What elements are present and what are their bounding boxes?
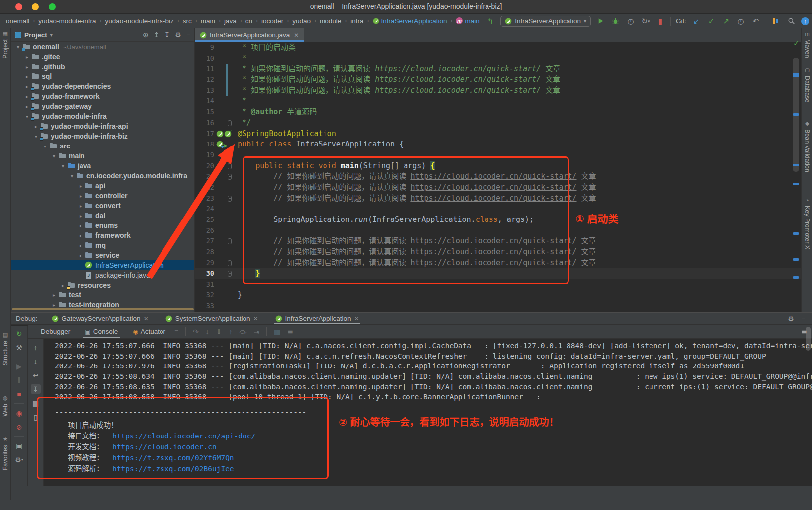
tree-toggle-icon[interactable]: ▾	[68, 173, 76, 179]
tree-item[interactable]: ▸yudao-module-infra-api	[11, 121, 194, 131]
console-scrollbar-thumb[interactable]	[806, 327, 811, 351]
code-line[interactable]: 18▶public class InfraServerApplication {	[195, 139, 801, 150]
rerun-icon[interactable]: ↻	[14, 329, 24, 338]
step-into-icon[interactable]: ⇓	[216, 328, 222, 336]
close-icon[interactable]: ✕	[294, 32, 299, 39]
code-line[interactable]: 26	[195, 225, 801, 236]
tree-toggle-icon[interactable]: ▾	[59, 163, 67, 169]
pause-icon[interactable]: ‖	[14, 375, 24, 385]
tree-toggle-icon[interactable]: ▸	[23, 94, 31, 99]
tree-toggle-icon[interactable]: ▾	[32, 134, 40, 139]
tree-item[interactable]: ▸yudao-dependencies	[11, 81, 194, 91]
run-to-cursor-icon[interactable]: ⇥	[254, 328, 260, 336]
fold-marker[interactable]	[228, 271, 232, 277]
sidebar-item-maven[interactable]: mMaven	[802, 31, 812, 58]
git-push-icon[interactable]: ↗	[721, 16, 731, 26]
banner-link[interactable]: https://cloud.iocoder.cn	[112, 443, 217, 451]
stop-button[interactable]: ▮	[655, 16, 665, 26]
git-update-icon[interactable]: ↙	[691, 16, 701, 26]
tree-item[interactable]: ▸dal	[11, 211, 194, 220]
navigate-back-icon[interactable]: ↰	[486, 16, 495, 26]
code-line[interactable]: 11 * 如果你碰到启动的问题，请认真阅读 https://cloud.ioco…	[195, 64, 801, 74]
code-line[interactable]: 31	[195, 279, 801, 290]
tree-item[interactable]: ▸mq	[11, 240, 194, 250]
tree-toggle-icon[interactable]: ▸	[23, 54, 31, 60]
fold-marker[interactable]	[228, 238, 232, 244]
debug-button[interactable]	[611, 16, 621, 26]
tree-item[interactable]: ▾yudao-module-infra-biz	[11, 131, 194, 141]
tree-item[interactable]: ▾onemall~/Java/onemall	[11, 42, 194, 52]
tree-item[interactable]: ▾main	[11, 151, 194, 161]
modify-run-configuration-icon[interactable]: ⚒	[14, 343, 24, 352]
run-icon[interactable]: ▶	[216, 162, 224, 170]
sidebar-item-key-promoter-x[interactable]: ◔Key Promoter X	[802, 197, 812, 249]
show-execution-point-icon[interactable]: ↷	[193, 328, 199, 336]
code-line[interactable]: 19	[195, 150, 801, 161]
breadcrumb-item[interactable]: module	[320, 17, 341, 25]
tree-item[interactable]: ▸yudao-gateway	[11, 101, 194, 111]
tree-toggle-icon[interactable]: ▸	[32, 124, 40, 129]
project-panel-title[interactable]: Project	[24, 31, 47, 39]
locate-file-icon[interactable]: ⊕	[143, 31, 149, 39]
console-output[interactable]: 2022-06-26 17:55:07.666 INFO 35368 --- […	[44, 339, 812, 486]
scroll-down-icon[interactable]: ↓	[31, 357, 41, 366]
fold-marker[interactable]	[228, 120, 232, 126]
code-line[interactable]: 30 }	[195, 268, 801, 279]
tree-toggle-icon[interactable]: ▸	[23, 74, 31, 79]
tree-item[interactable]: ▸resources	[11, 280, 194, 290]
tree-item[interactable]: ▸enums	[11, 220, 194, 230]
tree-item[interactable]: Jpackage-info.java	[11, 270, 194, 280]
tree-item[interactable]: ▾java	[11, 161, 194, 171]
tree-toggle-icon[interactable]: ▾	[41, 144, 49, 149]
tree-item[interactable]: ▸.gitee	[11, 52, 194, 62]
git-commit-icon[interactable]: ✓	[706, 16, 716, 26]
tree-toggle-icon[interactable]: ▾	[14, 44, 22, 50]
editor-scrollbar[interactable]	[792, 43, 801, 312]
resume-icon[interactable]: ▶	[14, 362, 24, 371]
code-line[interactable]: 28 // 如果你碰到启动的问题，请认真阅读 https://cloud.ioc…	[195, 247, 801, 258]
tree-item[interactable]: ▾cn.iocoder.yudao.module.infra	[11, 171, 194, 181]
code-line[interactable]: 24	[195, 204, 801, 215]
breadcrumb-item[interactable]: yudao-module-infra-biz	[105, 17, 174, 25]
chevron-down-icon[interactable]: ▾	[50, 32, 53, 38]
tree-item[interactable]: InfraServerApplication	[11, 260, 194, 270]
profiler-button[interactable]: ◷	[626, 16, 636, 26]
breadcrumb-item[interactable]: java	[224, 17, 237, 25]
debug-tab-GatewayServerApplication[interactable]: GatewayServerApplication✕	[51, 313, 150, 324]
close-icon[interactable]: ✕	[354, 315, 359, 322]
run-button[interactable]	[596, 16, 606, 26]
breadcrumb-item[interactable]: InfraServerApplication	[373, 17, 447, 25]
thread-dump-icon[interactable]: ▣	[14, 441, 24, 450]
tree-toggle-icon[interactable]: ▸	[59, 283, 67, 288]
tree-item[interactable]: ▾src	[11, 141, 194, 151]
tree-item[interactable]: ▸yudao-framework	[11, 91, 194, 101]
tree-toggle-icon[interactable]: ▸	[77, 193, 85, 199]
mute-breakpoints-icon[interactable]: ⊘	[14, 422, 24, 432]
breadcrumb-item[interactable]: onemall	[6, 17, 29, 25]
debug-tab-InfraServerApplication[interactable]: InfraServerApplication✕	[274, 313, 360, 324]
hide-panel-icon[interactable]: −	[186, 31, 190, 39]
code-line[interactable]: 16 */	[195, 118, 801, 129]
breadcrumb-item[interactable]: src	[183, 17, 192, 25]
tree-toggle-icon[interactable]: ▸	[77, 253, 85, 258]
tree-toggle-icon[interactable]: ▸	[23, 64, 31, 70]
spring-search-icon[interactable]	[216, 130, 224, 138]
close-icon[interactable]: ✕	[253, 315, 258, 322]
tree-item[interactable]: ▸convert	[11, 201, 194, 211]
tree-toggle-icon[interactable]: ▸	[50, 292, 58, 298]
code-line[interactable]: 25 SpringApplication.run(InfraServerAppl…	[195, 215, 801, 225]
breadcrumb-item[interactable]: yudao-module-infra	[38, 17, 96, 25]
tree-item[interactable]: ▸test	[11, 290, 194, 300]
code-line[interactable]: 33	[195, 301, 801, 312]
sidebar-item-project[interactable]: ▦Project	[0, 30, 11, 59]
tree-horizontal-scrollbar[interactable]	[12, 308, 194, 310]
tree-toggle-icon[interactable]: ▾	[50, 153, 58, 159]
tree-item[interactable]: ▸sql	[11, 72, 194, 81]
breadcrumb-item[interactable]: cn	[245, 17, 252, 25]
collapse-all-icon[interactable]: ↧	[164, 31, 170, 39]
history-icon[interactable]: ◷	[736, 16, 746, 26]
code-line[interactable]: 22 // 如果你碰到启动的问题，请认真阅读 https://cloud.ioc…	[195, 182, 801, 193]
sidebar-item-web[interactable]: ◍Web	[0, 395, 11, 416]
evaluate-expression-icon[interactable]: ▦	[274, 328, 280, 336]
breadcrumb-item[interactable]: yudao	[292, 17, 311, 25]
